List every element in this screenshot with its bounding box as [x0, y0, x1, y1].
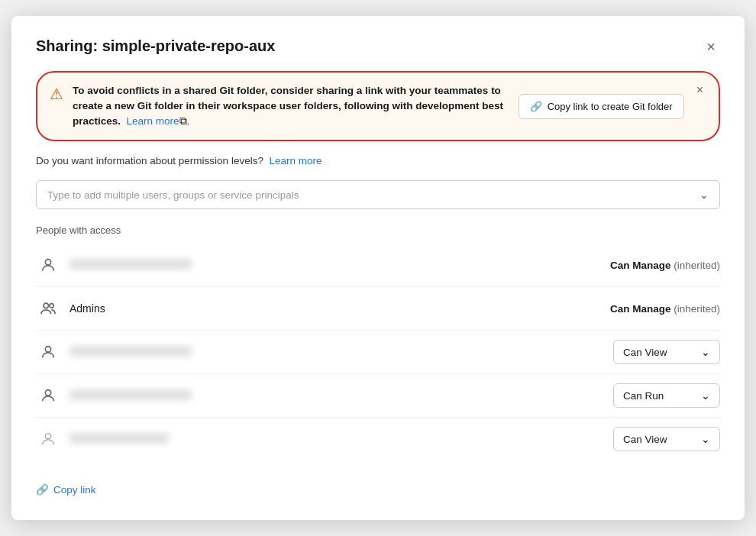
people-list: Can Manage (inherited) Admins [36, 244, 720, 460]
sharing-modal: Sharing: simple-private-repo-aux × ⚠ To … [11, 16, 745, 521]
copy-link-label: Copy link [53, 484, 96, 496]
person-icon [36, 427, 60, 451]
warning-text: To avoid conflicts in a shared Git folde… [73, 83, 509, 130]
person-info [69, 433, 543, 446]
permission-value: Can Run [623, 390, 664, 402]
modal-header: Sharing: simple-private-repo-aux × [36, 37, 720, 56]
permission-inherited: (inherited) [674, 303, 720, 315]
svg-point-5 [45, 434, 50, 439]
permission-label: Can Manage (inherited) [610, 303, 720, 315]
copy-git-folder-button[interactable]: 🔗 Copy link to create Git folder [519, 94, 684, 119]
permission-inherited: (inherited) [674, 260, 720, 271]
warning-icon: ⚠ [50, 85, 63, 103]
table-row: Can Run ⌄ [36, 374, 720, 418]
permission-info: Do you want information about permission… [36, 155, 720, 166]
permission-right: Can Manage (inherited) [552, 303, 720, 315]
add-users-input[interactable]: Type to add multiple users, groups or se… [36, 180, 720, 209]
person-info [69, 259, 543, 272]
table-row: Can Manage (inherited) [36, 244, 720, 287]
permission-value: Can Manage [610, 260, 671, 271]
permission-dropdown[interactable]: Can Run ⌄ [613, 383, 720, 408]
svg-point-1 [44, 304, 48, 308]
person-icon [36, 383, 60, 408]
person-name-blurred [69, 346, 192, 357]
permission-info-text: Do you want information about permission… [36, 155, 263, 166]
group-icon [36, 296, 60, 321]
warning-learn-more-link[interactable]: Learn more [127, 115, 179, 127]
copy-git-label: Copy link to create Git folder [548, 101, 673, 112]
person-icon [36, 253, 60, 277]
permission-right: Can Run ⌄ [552, 383, 720, 408]
permission-learn-more-link[interactable]: Learn more [269, 155, 321, 166]
modal-footer: 🔗 Copy link [36, 476, 720, 496]
chevron-down-icon: ⌄ [701, 346, 710, 358]
svg-point-4 [45, 390, 50, 396]
person-info [69, 346, 543, 359]
table-row: Can View ⌄ [36, 418, 720, 460]
permission-value: Can View [623, 347, 667, 358]
permission-dropdown[interactable]: Can View ⌄ [613, 340, 720, 364]
svg-point-2 [50, 304, 54, 308]
copy-link-icon: 🔗 [36, 483, 49, 496]
svg-point-0 [45, 260, 50, 265]
add-users-placeholder: Type to add multiple users, groups or se… [47, 189, 299, 201]
person-info: Admins [69, 302, 543, 315]
permission-right: Can View ⌄ [552, 340, 720, 364]
copy-link-button[interactable]: 🔗 Copy link [36, 483, 96, 496]
warning-external-icon: ⧉ [179, 115, 187, 127]
permission-right: Can View ⌄ [552, 427, 720, 451]
person-info [69, 389, 543, 402]
modal-title: Sharing: simple-private-repo-aux [36, 37, 275, 55]
permission-dropdown[interactable]: Can View ⌄ [613, 427, 720, 451]
permission-right: Can Manage (inherited) [552, 260, 720, 271]
person-name-blurred [69, 433, 169, 444]
person-name: Admins [69, 302, 105, 315]
people-section: People with access Can Manage (inherited [36, 224, 720, 460]
table-row: Can View ⌄ [36, 331, 720, 374]
svg-point-3 [45, 347, 50, 352]
permission-value: Can View [623, 434, 667, 445]
permission-label: Can Manage (inherited) [610, 260, 720, 271]
people-section-label: People with access [36, 224, 720, 236]
person-icon [36, 340, 60, 364]
banner-dismiss-button[interactable]: × [693, 82, 706, 98]
person-name-blurred [69, 389, 192, 400]
copy-git-icon: 🔗 [530, 101, 542, 112]
chevron-down-icon: ⌄ [699, 189, 709, 201]
person-name-blurred [69, 259, 192, 270]
chevron-down-icon: ⌄ [701, 389, 710, 402]
table-row: Admins Can Manage (inherited) [36, 287, 720, 331]
close-button[interactable]: × [702, 37, 720, 56]
warning-banner: ⚠ To avoid conflicts in a shared Git fol… [36, 71, 720, 142]
permission-value: Can Manage [610, 303, 671, 315]
chevron-down-icon: ⌄ [701, 433, 710, 445]
